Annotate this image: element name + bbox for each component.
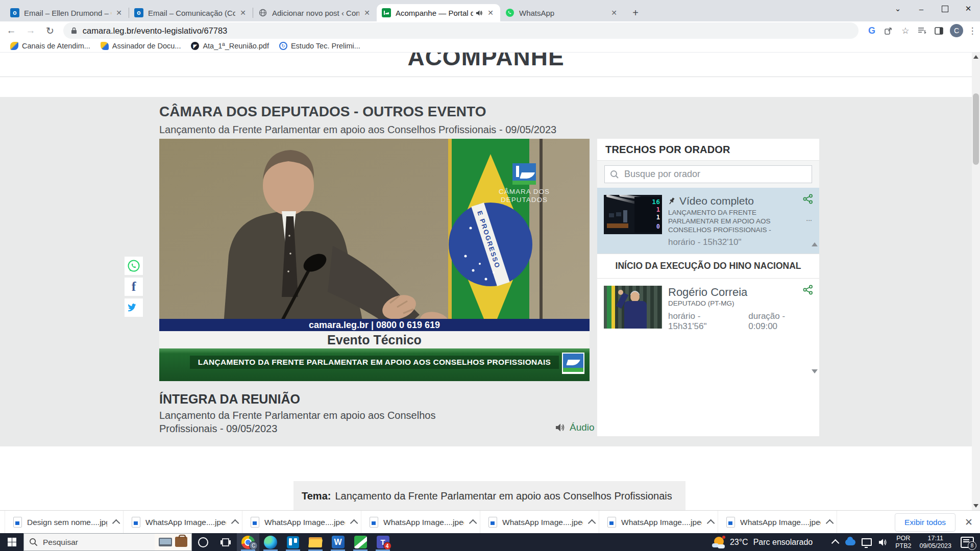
tab-email-comunicacao[interactable]: o Email – Comunicação (Confere) – ✕ [129, 4, 253, 21]
item-time: horário - 15h32'10" [668, 237, 813, 247]
word-taskbar-icon[interactable]: W [327, 533, 349, 551]
chrome-profile-badge: C [249, 541, 258, 550]
close-button[interactable]: ✕ [957, 0, 980, 17]
tab-close-icon[interactable]: ✕ [238, 8, 248, 17]
onedrive-tray-icon[interactable] [844, 533, 857, 551]
chevron-up-icon[interactable] [826, 519, 834, 528]
speaker-search-box[interactable] [604, 165, 812, 183]
edge-taskbar-icon[interactable] [259, 533, 282, 551]
maximize-button[interactable] [933, 0, 957, 17]
search-highlight-image[interactable] [155, 534, 191, 551]
minimize-button[interactable]: – [910, 0, 933, 17]
chevron-up-icon[interactable] [707, 519, 715, 528]
tab-search-chevron-icon[interactable]: ⌄ [886, 0, 910, 17]
file-image-icon [488, 517, 497, 528]
whatsapp-share-button[interactable] [125, 257, 143, 275]
twitter-share-button[interactable] [125, 298, 143, 317]
audio-link[interactable]: Áudio [555, 422, 595, 433]
chevron-up-icon[interactable] [231, 519, 239, 528]
weather-widget[interactable]: 23°C Parc ensolarado [712, 536, 813, 549]
language-indicator[interactable]: POR PTB2 [895, 535, 911, 550]
panel-scroll-down-icon[interactable] [812, 369, 818, 373]
trello-taskbar-icon[interactable] [282, 533, 304, 551]
list-item-video-completo[interactable]: 16 1 1 0 Vídeo completo LANÇAMENTO DA FR… [597, 188, 819, 254]
tab-whatsapp[interactable]: WhatsApp ✕ [500, 4, 624, 21]
list-item-rogerio-correia[interactable]: Rogério Correia DEPUTADO (PT-MG) horário… [597, 279, 819, 338]
new-tab-button[interactable]: + [628, 5, 643, 20]
bookmark-star-icon[interactable]: ☆ [898, 23, 913, 38]
system-tray: 23°C Parc ensolarado POR PTB2 17:11 09/0… [712, 533, 980, 551]
tray-expand-button[interactable] [827, 533, 841, 551]
share-item-button[interactable] [803, 285, 813, 297]
volume-tray-icon[interactable] [876, 533, 890, 551]
bookmark-ata-pdf[interactable]: ◤ Ata_1ª_Reunião.pdf [191, 42, 269, 50]
share-icon[interactable] [881, 23, 896, 38]
tab-email-ellen[interactable]: o Email – Ellen Drumond – Outlook ✕ [5, 4, 129, 21]
bookmark-estudo[interactable]: ↻ Estudo Tec. Prelimi... [279, 42, 360, 50]
tab-close-icon[interactable]: ✕ [609, 8, 619, 17]
integra-subtitle-line1: Lançamento da Frente Parlamentar em apoi… [159, 410, 435, 421]
network-tray-icon[interactable] [860, 533, 873, 551]
tema-box: Tema:Lançamento da Frente Parlamentar em… [293, 481, 685, 510]
download-chip[interactable]: WhatsApp Image....jpeg [718, 511, 837, 534]
tab-close-icon[interactable]: ✕ [362, 8, 372, 17]
teams-taskbar-icon[interactable]: T 4 [372, 533, 394, 551]
chevron-up-icon[interactable] [350, 519, 358, 528]
google-g-icon[interactable]: G [864, 23, 879, 38]
download-chip[interactable]: WhatsApp Image....jpeg [361, 511, 480, 534]
scroll-up-arrow-icon[interactable] [973, 55, 978, 59]
share-item-button[interactable] [803, 194, 813, 206]
chevron-up-icon[interactable] [588, 519, 596, 528]
profile-avatar[interactable]: C [950, 24, 963, 37]
chrome-menu-kebab-icon[interactable]: ⋮ [965, 23, 980, 38]
video-title-banner: LANÇAMENTO DA FRENTE PARLAMENTAR EM APOI… [159, 348, 590, 381]
download-chip[interactable]: Design sem nome....jpg [5, 511, 124, 534]
bookmark-canais[interactable]: Canais de Atendim... [10, 42, 90, 50]
download-chip[interactable]: WhatsApp Image....jpeg [480, 511, 599, 534]
side-panel-icon[interactable] [932, 23, 947, 38]
tab-close-icon[interactable]: ✕ [486, 8, 495, 17]
taskbar-search-input[interactable] [42, 537, 131, 547]
taskbar-search-box[interactable] [23, 533, 192, 551]
chrome-taskbar-icon[interactable]: C [237, 533, 259, 551]
tab-label: Email – Comunicação (Confere) – [148, 9, 235, 17]
scroll-down-arrow-icon[interactable] [973, 504, 978, 508]
close-downloads-bar-icon[interactable]: ✕ [965, 516, 973, 528]
back-icon[interactable]: ← [3, 22, 19, 39]
edge-icon [264, 536, 277, 549]
cortana-button[interactable] [192, 533, 214, 551]
chevron-up-icon[interactable] [112, 519, 120, 528]
page-scrollbar[interactable] [972, 53, 980, 510]
start-button[interactable] [0, 533, 23, 551]
audio-label: Áudio [570, 422, 595, 433]
task-view-button[interactable] [214, 533, 237, 551]
tab-adicionar-post[interactable]: Adicionar novo post ‹ Confere — ✕ [253, 4, 377, 21]
tab-audio-icon[interactable] [475, 9, 483, 17]
reload-icon[interactable]: ↻ [42, 22, 58, 39]
bookmark-assinador[interactable]: Assinador de Docu... [101, 42, 181, 50]
notification-count-badge: 8 [968, 541, 976, 550]
reading-list-icon[interactable] [915, 23, 930, 38]
action-center-button[interactable]: 8 [961, 537, 974, 548]
scrollbar-thumb[interactable] [973, 93, 979, 165]
video-event-banner: Evento Técnico [159, 331, 590, 348]
tab-close-icon[interactable]: ✕ [114, 8, 124, 17]
url-field[interactable]: camara.leg.br/evento-legislativo/67783 [63, 22, 859, 39]
item-more-ellipsis[interactable]: ... [806, 214, 812, 222]
download-chip[interactable]: WhatsApp Image....jpeg [599, 511, 718, 534]
download-chip[interactable]: WhatsApp Image....jpeg [242, 511, 361, 534]
facebook-share-button[interactable]: f [125, 278, 143, 296]
clock-widget[interactable]: 17:11 09/05/2023 [919, 535, 951, 550]
globe-icon [258, 8, 267, 17]
forward-icon[interactable]: → [22, 22, 39, 39]
speaker-icon [878, 538, 888, 546]
chevron-up-icon[interactable] [469, 519, 477, 528]
show-all-downloads-button[interactable]: Exibir todos [895, 513, 955, 532]
green-app-taskbar-icon[interactable] [349, 533, 372, 551]
video-player[interactable]: E PROGRESSO [159, 139, 590, 381]
download-chip[interactable]: WhatsApp Image....jpeg [124, 511, 242, 534]
speaker-search-input[interactable] [623, 168, 806, 180]
tab-acompanhe-active[interactable]: Acompanhe — Portal da Cân ✕ [377, 4, 500, 21]
panel-scroll-up-icon[interactable] [812, 242, 818, 246]
file-explorer-taskbar-icon[interactable] [304, 533, 327, 551]
